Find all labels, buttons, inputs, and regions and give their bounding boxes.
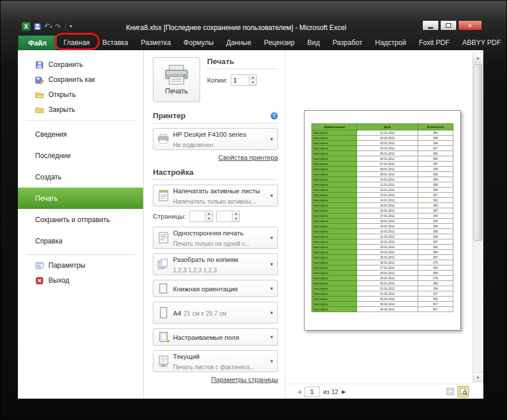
table-cell: 18.01.2012: [357, 219, 418, 224]
table-cell: Картофель: [312, 198, 357, 203]
table-cell: 362: [418, 245, 453, 250]
page-setup-link[interactable]: Параметры страницы: [153, 376, 278, 383]
table-row: Картофель19.01.2012354: [312, 224, 453, 229]
table-row: Картофель11.01.2012365: [312, 182, 453, 187]
table-row: Картофель05.01.2012362: [312, 151, 453, 156]
copies-stepper[interactable]: ▲ ▼: [231, 74, 257, 86]
table-cell: 327: [418, 291, 453, 297]
print-button[interactable]: Печать: [153, 57, 200, 102]
table-cell: 304: [418, 234, 453, 239]
tab-home[interactable]: Главная: [57, 35, 96, 50]
sidebar-item-recent[interactable]: Последние: [18, 145, 143, 166]
table-row: Картофель28.01.2012354: [312, 271, 453, 276]
tab-developer[interactable]: Разработ: [326, 35, 369, 50]
tab-page-layout[interactable]: Разметка: [134, 35, 177, 50]
collate-dropdown[interactable]: Разобрать по копиям 1,2,3 1,2,3 1,2,3 ▼: [153, 253, 278, 275]
scaling-dropdown[interactable]: 100 Текущий Печать листов с фактическ...…: [153, 350, 278, 372]
table-cell: 03.01.2012: [357, 141, 418, 146]
sidebar-item-open[interactable]: Открыть: [18, 87, 143, 102]
custom-margins-star-icon: ★: [166, 339, 171, 344]
margins-dropdown[interactable]: ★ Настраиваемые поля ▼: [153, 328, 278, 346]
show-margins-button[interactable]: [444, 386, 456, 397]
pages-from-down-icon[interactable]: ▼: [205, 216, 212, 222]
copies-up-icon[interactable]: ▲: [249, 75, 256, 80]
collate-icon: [157, 258, 170, 270]
table-cell: Картофель: [312, 281, 357, 286]
sidebar-item-options[interactable]: Параметры: [18, 258, 143, 273]
table-row: Картофель03.01.2012304: [312, 141, 453, 146]
tab-addins[interactable]: Надстрой: [369, 35, 412, 50]
info-icon[interactable]: i: [271, 112, 278, 119]
pages-to-stepper[interactable]: ▲ ▼: [216, 211, 240, 222]
table-row: Картофель07.01.2012397: [312, 162, 453, 167]
sidebar-item-save[interactable]: Сохранить: [18, 57, 143, 72]
backstage-sidebar: Сохранить Сохранить как Открыть Закрыть …: [18, 50, 144, 399]
sidebar-item-save-send[interactable]: Сохранить и отправить: [18, 209, 143, 230]
tab-file[interactable]: Файл: [18, 35, 57, 50]
restore-button[interactable]: [440, 20, 457, 31]
sidebar-item-info[interactable]: Сведения: [18, 123, 143, 145]
tab-review[interactable]: Рецензир: [258, 35, 301, 50]
current-page-input[interactable]: [305, 387, 320, 397]
table-cell: 29.01.2012: [357, 276, 418, 281]
table-cell: 13.01.2012: [357, 193, 418, 198]
table-row: Картофель17.01.2012304: [312, 213, 453, 219]
duplex-dropdown[interactable]: Односторонняя печать Печать только на од…: [153, 227, 278, 249]
printer-properties-link[interactable]: Свойства принтера: [153, 154, 278, 161]
scroll-up-icon[interactable]: ▲: [473, 53, 483, 63]
sidebar-item-close[interactable]: Закрыть: [18, 102, 143, 117]
table-cell: 31.01.2012: [357, 286, 418, 291]
tab-insert[interactable]: Вставка: [96, 35, 135, 50]
tab-data[interactable]: Данные: [220, 35, 257, 50]
minimize-button[interactable]: [422, 20, 439, 31]
tab-view[interactable]: Вид: [301, 35, 326, 50]
tab-formulas[interactable]: Формулы: [177, 35, 220, 50]
save-icon[interactable]: [33, 22, 42, 31]
pages-from-stepper[interactable]: ▲ ▼: [189, 211, 213, 222]
table-cell: Картофель: [312, 177, 357, 182]
close-button[interactable]: ✕: [458, 20, 482, 31]
zoom-to-page-button[interactable]: [457, 386, 469, 397]
table-cell: Картофель: [312, 162, 357, 167]
table-cell: 304: [418, 286, 453, 291]
sidebar-item-help[interactable]: Справка: [18, 230, 143, 252]
table-cell: 327: [418, 193, 453, 198]
scrollbar-track[interactable]: [473, 63, 483, 372]
preview-scrollbar[interactable]: ▲ ▼: [472, 52, 483, 382]
table-cell: 01.02.2012: [357, 291, 418, 297]
table-cell: Картофель: [312, 276, 357, 281]
table-cell: 06.01.2012: [357, 156, 418, 162]
chevron-down-icon: ▼: [266, 310, 274, 316]
title-bar: X ↶▾ ↷ ▾ Книга8.xlsx [Последнее сохранен…: [18, 1, 483, 35]
sidebar-item-print[interactable]: Печать: [18, 187, 143, 209]
pages-to-down-icon[interactable]: ▼: [232, 216, 239, 222]
table-row: Картофель23.01.2012362: [312, 245, 453, 250]
next-page-icon[interactable]: ▶: [341, 389, 345, 395]
previous-page-icon[interactable]: ◀: [297, 389, 301, 395]
chevron-down-icon: ▼: [266, 359, 274, 364]
copies-input[interactable]: [231, 75, 249, 85]
orientation-dropdown[interactable]: Книжная ориентация ▼: [153, 280, 278, 297]
scroll-down-icon[interactable]: ▼: [473, 372, 483, 382]
undo-icon[interactable]: ↶▾: [44, 22, 52, 31]
copies-down-icon[interactable]: ▼: [249, 80, 256, 85]
pages-to-up-icon[interactable]: ▲: [232, 211, 239, 216]
pages-from-up-icon[interactable]: ▲: [205, 211, 212, 216]
pages-from-input[interactable]: [190, 211, 205, 222]
sidebar-item-save-as[interactable]: Сохранить как: [18, 72, 143, 87]
print-what-dropdown[interactable]: Напечатать активные листы Напечатать тол…: [153, 185, 278, 207]
scrollbar-thumb[interactable]: [474, 64, 482, 241]
sidebar-item-label: Параметры: [48, 261, 85, 269]
sidebar-item-new[interactable]: Создать: [18, 166, 143, 187]
tab-foxit-pdf[interactable]: Foxit PDF: [412, 35, 456, 50]
one-sided-icon: [157, 232, 170, 243]
table-cell: 04.01.2012: [357, 146, 418, 151]
sidebar-item-exit[interactable]: Выход: [18, 273, 143, 288]
paper-size-dropdown[interactable]: A4 21 см x 29,7 см ▼: [153, 302, 278, 324]
printer-selector[interactable]: HP Deskjet F4100 series Не подключен ▼: [153, 128, 278, 150]
table-row: Картофель29.01.2012279: [312, 276, 453, 281]
chevron-down-icon: ▼: [266, 193, 274, 198]
sidebar-item-label: Закрыть: [48, 106, 75, 114]
pages-to-input[interactable]: [217, 211, 232, 222]
tab-abbyy-pdf[interactable]: ABBYY PDF: [456, 35, 507, 50]
